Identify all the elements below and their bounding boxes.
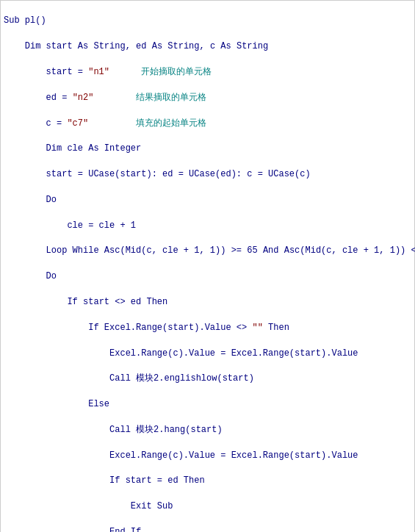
line-7: start = UCase(start): ed = UCase(ed): c … [4, 168, 411, 181]
line-21: End If [4, 526, 411, 532]
line-8: Do [4, 194, 411, 206]
line-19: If start = ed Then [4, 475, 411, 487]
line-2: Dim start As String, ed As String, c As … [4, 40, 411, 53]
line-6: Dim cle As Integer [4, 143, 411, 155]
code-editor: Sub pl() Dim start As String, ed As Stri… [0, 0, 415, 532]
line-10: Loop While Asc(Mid(c, cle + 1, 1)) >= 65… [4, 245, 411, 257]
line-17: Call 模块2.hang(start) [4, 424, 411, 436]
line-16: Else [4, 398, 411, 411]
line-3: start = "n1" 开始摘取的单元格 [4, 66, 411, 79]
line-5: c = "c7" 填充的起始单元格 [4, 118, 411, 130]
line-4: ed = "n2" 结果摘取的单元格 [4, 92, 411, 104]
line-13: If Excel.Range(start).Value <> "" Then [4, 322, 411, 334]
line-12: If start <> ed Then [4, 296, 411, 309]
line-18: Excel.Range(c).Value = Excel.Range(start… [4, 450, 411, 462]
line-11: Do [4, 270, 411, 283]
line-14: Excel.Range(c).Value = Excel.Range(start… [4, 348, 411, 360]
line-9: cle = cle + 1 [4, 220, 411, 232]
line-15: Call 模块2.englishlow(start) [4, 373, 411, 385]
line-1: Sub pl() [4, 15, 411, 27]
line-20: Exit Sub [4, 500, 411, 513]
